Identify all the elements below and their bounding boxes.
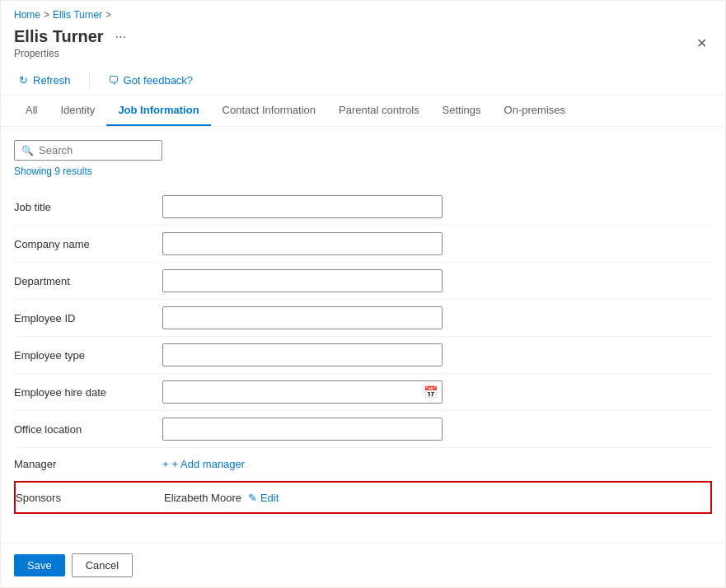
refresh-label: Refresh	[33, 74, 71, 86]
tabs-bar: All Identity Job Information Contact Inf…	[1, 96, 725, 127]
label-manager: Manager	[14, 458, 162, 470]
feedback-icon: 🗨	[108, 74, 119, 86]
add-manager-button[interactable]: + + Add manager	[162, 458, 712, 470]
field-hire-date: 📅	[162, 380, 712, 404]
breadcrumb: Home > Ellis Turner >	[1, 1, 725, 24]
tab-job-information[interactable]: Job Information	[106, 96, 210, 126]
input-job-title[interactable]	[162, 195, 443, 218]
form-row-employee-type: Employee type	[14, 337, 712, 374]
form-row-sponsors: Sponsors Elizabeth Moore ✎ Edit	[14, 481, 712, 514]
add-manager-label: + Add manager	[172, 458, 246, 470]
tab-identity[interactable]: Identity	[49, 96, 106, 126]
input-employee-id[interactable]	[162, 306, 443, 329]
breadcrumb-sep1: >	[44, 9, 49, 21]
tab-on-premises[interactable]: On-premises	[493, 96, 577, 126]
title-row: Ellis Turner ···	[14, 27, 131, 46]
sponsors-name: Elizabeth Moore	[164, 492, 241, 504]
form-row-job-title: Job title	[14, 189, 712, 226]
tab-parental-controls[interactable]: Parental controls	[327, 96, 431, 126]
label-office-location: Office location	[14, 423, 162, 436]
results-count: Showing 9 results	[14, 166, 712, 177]
breadcrumb-sep2: >	[105, 9, 111, 21]
pencil-icon: ✎	[248, 492, 257, 504]
field-employee-type	[162, 343, 712, 366]
toolbar-divider	[89, 72, 90, 89]
cancel-button[interactable]: Cancel	[72, 553, 133, 577]
content-area: 🔍 Showing 9 results Job title Company na…	[1, 127, 725, 527]
form-row-employee-id: Employee ID	[14, 300, 712, 337]
toolbar: ↻ Refresh 🗨 Got feedback?	[1, 66, 725, 96]
refresh-button[interactable]: ↻ Refresh	[14, 71, 76, 90]
close-button[interactable]: ✕	[691, 32, 712, 54]
header-left: Ellis Turner ··· Properties	[14, 27, 131, 59]
field-office-location	[162, 418, 712, 441]
field-job-title	[162, 195, 712, 218]
tab-all[interactable]: All	[14, 96, 49, 126]
page-subtitle: Properties	[14, 48, 131, 59]
search-icon: 🔍	[21, 145, 34, 156]
edit-label: Edit	[260, 492, 279, 504]
input-hire-date[interactable]	[162, 380, 443, 404]
more-options-button[interactable]: ···	[110, 28, 131, 46]
label-employee-type: Employee type	[14, 349, 162, 362]
feedback-label: Got feedback?	[124, 74, 194, 86]
label-job-title: Job title	[14, 201, 162, 213]
field-manager: + + Add manager	[162, 458, 712, 470]
form-row-manager: Manager + + Add manager	[14, 448, 712, 481]
label-employee-id: Employee ID	[14, 312, 162, 324]
form-row-hire-date: Employee hire date 📅	[14, 374, 712, 411]
footer: Save Cancel	[1, 543, 725, 587]
breadcrumb-user[interactable]: Ellis Turner	[53, 9, 102, 21]
form-fields: Job title Company name Department	[14, 189, 712, 481]
page-header: Ellis Turner ··· Properties ✕	[1, 24, 725, 66]
input-company-name[interactable]	[162, 232, 443, 255]
field-company-name	[162, 232, 712, 255]
add-manager-icon: +	[162, 458, 169, 470]
form-row-office-location: Office location	[14, 411, 712, 448]
breadcrumb-home[interactable]: Home	[14, 9, 40, 21]
input-department[interactable]	[162, 269, 443, 292]
form-row-company-name: Company name	[14, 226, 712, 263]
input-office-location[interactable]	[162, 418, 443, 441]
form-row-department: Department	[14, 263, 712, 300]
page-wrapper: Home > Ellis Turner > Ellis Turner ··· P…	[0, 0, 726, 588]
refresh-icon: ↻	[19, 74, 28, 86]
label-sponsors: Sponsors	[16, 492, 164, 504]
search-input[interactable]	[39, 144, 155, 156]
tab-contact-information[interactable]: Contact Information	[211, 96, 327, 126]
field-department	[162, 269, 712, 292]
label-company-name: Company name	[14, 238, 162, 250]
input-employee-type[interactable]	[162, 343, 443, 366]
tab-settings[interactable]: Settings	[431, 96, 493, 126]
sponsors-value: Elizabeth Moore ✎ Edit	[164, 492, 279, 504]
search-box[interactable]: 🔍	[14, 140, 162, 161]
feedback-button[interactable]: 🗨 Got feedback?	[103, 71, 199, 90]
page-title: Ellis Turner	[14, 27, 104, 46]
sponsors-edit-button[interactable]: ✎ Edit	[248, 492, 279, 504]
save-button[interactable]: Save	[14, 554, 65, 576]
label-department: Department	[14, 275, 162, 287]
label-hire-date: Employee hire date	[14, 386, 162, 399]
field-employee-id	[162, 306, 712, 329]
calendar-icon: 📅	[424, 385, 438, 399]
date-input-wrapper: 📅	[162, 380, 443, 404]
